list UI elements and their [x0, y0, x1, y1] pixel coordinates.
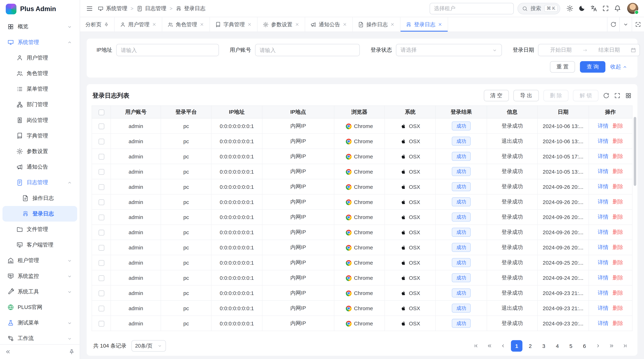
- delete-link[interactable]: 删除: [612, 320, 623, 326]
- detail-link[interactable]: 详情: [598, 229, 608, 235]
- sidebar-item-op-log[interactable]: 操作日志: [2, 190, 77, 206]
- close-tab-icon[interactable]: [390, 22, 395, 27]
- fullscreen-table-button[interactable]: [614, 92, 620, 99]
- page-button-4[interactable]: 4: [552, 340, 563, 352]
- row-checkbox[interactable]: [98, 184, 104, 190]
- column-header-8[interactable]: 日期: [538, 106, 589, 118]
- detail-link[interactable]: 详情: [598, 305, 608, 311]
- detail-link[interactable]: 详情: [598, 259, 608, 265]
- page-button-1[interactable]: 1: [511, 340, 522, 352]
- login-status-select[interactable]: 请选择: [396, 44, 502, 56]
- sidebar-toggle-button[interactable]: [86, 5, 93, 12]
- page-button-2[interactable]: 2: [524, 340, 536, 352]
- sidebar-item-sys-monitor[interactable]: 系统监控: [2, 268, 77, 284]
- sidebar-item-system-mgmt[interactable]: 系统管理: [2, 34, 77, 50]
- tab-role-mgmt[interactable]: 角色管理: [162, 17, 210, 31]
- column-header-6[interactable]: 登录结果: [436, 106, 487, 118]
- next-page-button[interactable]: [592, 340, 604, 352]
- reset-button[interactable]: 重 置: [550, 61, 575, 73]
- sidebar-item-dept-mgmt[interactable]: 部门管理: [2, 97, 77, 112]
- tenant-select[interactable]: 选择租户: [430, 3, 514, 14]
- tab-analysis[interactable]: 分析页: [80, 17, 115, 31]
- close-tab-icon[interactable]: [295, 22, 299, 27]
- row-checkbox[interactable]: [98, 290, 104, 296]
- column-header-0[interactable]: 用户账号: [111, 106, 161, 118]
- sidebar-item-plus-site[interactable]: PLUS官网: [2, 300, 77, 315]
- row-checkbox[interactable]: [98, 275, 104, 281]
- breadcrumb-item[interactable]: 登录日志: [176, 5, 205, 12]
- notifications-button[interactable]: [612, 2, 624, 14]
- page-button-6[interactable]: 6: [579, 340, 590, 352]
- sidebar-item-test-menu[interactable]: 测试菜单: [2, 315, 77, 331]
- pin-sidebar-button[interactable]: [68, 349, 74, 355]
- detail-link[interactable]: 详情: [598, 138, 608, 144]
- refresh-table-button[interactable]: [603, 92, 610, 99]
- login-date-range-picker[interactable]: 开始日期 结束日期: [538, 44, 640, 56]
- user-account-input[interactable]: [255, 44, 360, 56]
- sidebar-item-user-mgmt[interactable]: 用户管理: [2, 50, 77, 66]
- detail-link[interactable]: 详情: [598, 123, 608, 129]
- refresh-page-button[interactable]: [607, 17, 619, 31]
- sidebar-item-menu-mgmt[interactable]: 菜单管理: [2, 81, 77, 97]
- close-tab-icon[interactable]: [342, 22, 347, 27]
- search-button[interactable]: 查 询: [580, 61, 605, 73]
- tab-login-log[interactable]: 登录日志: [400, 17, 448, 31]
- sidebar-item-sys-tools[interactable]: 系统工具: [2, 284, 77, 300]
- sidebar-item-param-settings[interactable]: 参数设置: [2, 144, 77, 159]
- row-checkbox[interactable]: [98, 321, 104, 327]
- row-checkbox[interactable]: [98, 123, 104, 129]
- clear-button[interactable]: 清 空: [484, 90, 509, 101]
- delete-link[interactable]: 删除: [612, 183, 623, 190]
- tab-notice[interactable]: 通知公告: [305, 17, 353, 31]
- row-checkbox[interactable]: [98, 154, 104, 159]
- jump-back-button[interactable]: [484, 340, 495, 352]
- column-header-7[interactable]: 信息: [487, 106, 538, 118]
- delete-link[interactable]: 删除: [612, 214, 623, 220]
- delete-link[interactable]: 删除: [612, 229, 623, 235]
- user-avatar[interactable]: [627, 3, 638, 14]
- delete-link[interactable]: 删除: [612, 244, 623, 250]
- close-tab-icon[interactable]: [200, 22, 204, 27]
- tab-dict-mgmt[interactable]: 字典管理: [210, 17, 258, 31]
- detail-link[interactable]: 详情: [598, 244, 608, 250]
- detail-link[interactable]: 详情: [598, 320, 608, 326]
- close-tab-icon[interactable]: [247, 22, 252, 27]
- collapse-sidebar-button[interactable]: [5, 349, 11, 355]
- breadcrumb-item[interactable]: 系统管理: [98, 5, 127, 12]
- row-checkbox[interactable]: [98, 260, 104, 266]
- translate-button[interactable]: [588, 2, 600, 14]
- prev-page-button[interactable]: [497, 340, 509, 352]
- row-checkbox[interactable]: [98, 245, 104, 251]
- delete-link[interactable]: 删除: [612, 290, 623, 296]
- row-checkbox[interactable]: [98, 199, 104, 205]
- column-header-2[interactable]: IP地址: [211, 106, 262, 118]
- ip-address-input[interactable]: [116, 44, 219, 56]
- column-header-9[interactable]: 操作: [588, 106, 632, 118]
- fullscreen-button[interactable]: [600, 2, 612, 14]
- column-settings-button[interactable]: [625, 92, 632, 99]
- delete-link[interactable]: 删除: [612, 275, 623, 281]
- sidebar-item-file-mgmt[interactable]: 文件管理: [2, 222, 77, 237]
- last-page-button[interactable]: [619, 340, 631, 352]
- column-header-1[interactable]: 登录平台: [161, 106, 211, 118]
- delete-link[interactable]: 删除: [612, 123, 623, 129]
- logo[interactable]: Plus Admin: [0, 0, 80, 18]
- detail-link[interactable]: 详情: [598, 199, 608, 205]
- detail-link[interactable]: 详情: [598, 275, 608, 281]
- settings-button[interactable]: [564, 2, 576, 14]
- page-size-select[interactable]: 20条/页: [132, 340, 166, 352]
- jump-forward-button[interactable]: [606, 340, 617, 352]
- column-header-4[interactable]: 浏览器: [334, 106, 384, 118]
- sidebar-item-login-log[interactable]: 登录日志: [2, 206, 77, 222]
- delete-link[interactable]: 删除: [612, 305, 623, 311]
- first-page-button[interactable]: [470, 340, 482, 352]
- row-checkbox[interactable]: [98, 139, 104, 144]
- row-checkbox[interactable]: [98, 230, 104, 235]
- delete-button[interactable]: 删 除: [543, 90, 568, 101]
- detail-link[interactable]: 详情: [598, 183, 608, 190]
- delete-link[interactable]: 删除: [612, 199, 623, 205]
- row-checkbox[interactable]: [98, 169, 104, 175]
- delete-link[interactable]: 删除: [612, 138, 623, 144]
- select-all-checkbox[interactable]: [98, 109, 104, 115]
- detail-link[interactable]: 详情: [598, 168, 608, 174]
